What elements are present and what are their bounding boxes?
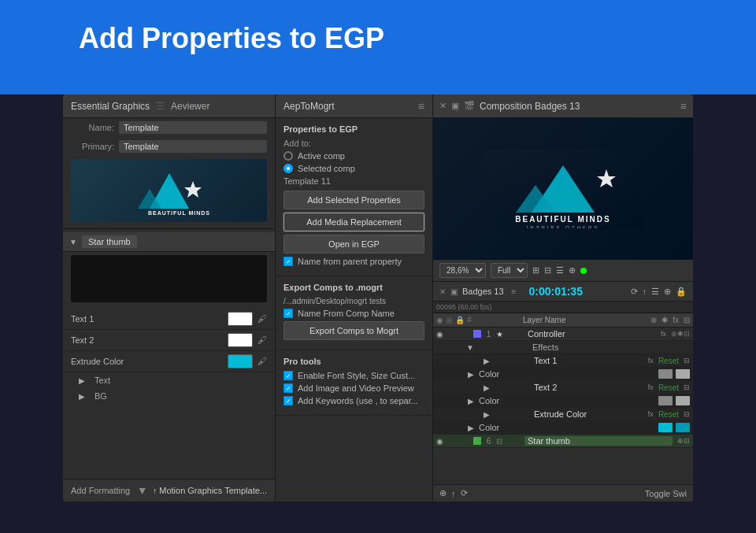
text1-color-arrow[interactable]: ▶ <box>468 370 474 379</box>
radio-active-comp-row[interactable]: Active comp <box>284 151 424 161</box>
export-comps-button[interactable]: Export Comps to Mogrt <box>284 321 424 340</box>
name-from-parent-label: Name from parent property <box>298 257 402 266</box>
text1-name: Text 1 <box>531 356 647 365</box>
property-row: Text 1 🖋 <box>63 309 275 330</box>
quality-select[interactable]: Full <box>491 263 528 278</box>
mid-panel-menu-icon[interactable]: ≡ <box>418 100 424 113</box>
tl-icon-2[interactable]: ↑ <box>643 287 647 296</box>
tl-bottom-btn3[interactable]: ⟳ <box>461 488 468 498</box>
comp-film-icon: 🎬 <box>464 101 475 111</box>
extrude-color-arrow[interactable]: ▶ <box>468 424 474 432</box>
sub-item-bg[interactable]: ▶ BG <box>63 388 275 404</box>
vis-icon[interactable]: ◉ <box>436 330 443 339</box>
comp-close-icon[interactable]: ✕ <box>439 101 447 111</box>
prop-extrude-label: Extrude Color <box>71 357 223 366</box>
sub-item-text[interactable]: ▶ Text <box>63 372 275 388</box>
fps-row: 00095 (60,00 fps) <box>433 302 693 313</box>
keywords-label: Add Keywords (use , to separ... <box>298 396 418 405</box>
extrude-arrow[interactable]: ▶ <box>484 410 490 419</box>
text1-color-swatch <box>658 369 673 379</box>
extrude-indent: ▶ <box>458 410 529 419</box>
preview-svg: BEAUTIFUL MINDS INSPIRE OTHERS <box>484 150 642 228</box>
star-thumb-name: Star thumb <box>524 436 673 446</box>
export-section-title: Export Comps to .mogrt <box>284 283 424 292</box>
comp-menu-icon[interactable]: ≡ <box>680 100 687 113</box>
keywords-checkbox[interactable] <box>284 396 293 405</box>
tl-icon-3[interactable]: ☰ <box>651 287 659 297</box>
panel-menu-icon[interactable]: ☰ <box>156 101 165 112</box>
grid-icon[interactable]: ⊞ <box>532 265 539 276</box>
name-value: Template <box>119 121 267 134</box>
section-header[interactable]: ▼ Star thumb <box>63 232 275 252</box>
tl-toggle-label[interactable]: Toggle Swi <box>645 489 687 498</box>
tl-icon-4[interactable]: ⊕ <box>664 287 671 297</box>
add-media-replacement-button[interactable]: Add Media Replacement <box>284 213 424 231</box>
eyedropper-icon-3[interactable]: 🖋 <box>258 356 267 367</box>
font-style-checkbox[interactable] <box>284 371 293 380</box>
controller-fx: fx <box>661 330 666 338</box>
tl-opt-2[interactable]: ✱ <box>662 316 668 324</box>
eyedropper-icon-1[interactable]: 🖋 <box>258 313 267 324</box>
text2-reset[interactable]: Reset <box>658 383 679 392</box>
extrude-reset[interactable]: Reset <box>658 410 679 419</box>
name-from-comp-label: Name From Comp Name <box>298 309 395 318</box>
tl-opt-1[interactable]: ⊕ <box>650 316 657 324</box>
panel-tab[interactable]: Aeviewer <box>171 101 209 112</box>
radio-active-comp[interactable] <box>284 151 293 161</box>
prop-text1-swatch[interactable] <box>228 312 253 326</box>
star-thumb-color-box <box>473 437 481 445</box>
sub-arrow-bg: ▶ <box>79 392 85 401</box>
layer-text2-color: ▶ Color <box>433 394 693 408</box>
text1-arrow[interactable]: ▶ <box>484 357 490 365</box>
channel-icon[interactable]: ⊕ <box>569 265 576 276</box>
timeline-panel: ✕ ▣ Badges 13 ≡ 0:00:01:35 ⟳ ↑ ☰ ⊕ 🔒 000… <box>433 282 693 502</box>
guides-icon[interactable]: ⊟ <box>544 265 551 276</box>
text2-arrow[interactable]: ▶ <box>484 383 490 392</box>
star-thumb-icon: ⊟ <box>496 437 502 446</box>
tl-opt-4[interactable]: ⊟ <box>684 316 690 324</box>
text1-color-label: Color <box>476 369 657 379</box>
effects-arrow[interactable]: ▼ <box>466 343 474 352</box>
text2-color-swatch <box>658 396 673 405</box>
timeline-header: ✕ ▣ Badges 13 ≡ 0:00:01:35 ⟳ ↑ ☰ ⊕ 🔒 <box>433 282 693 302</box>
tl-icon-5[interactable]: 🔒 <box>676 287 687 297</box>
tl-close-icon[interactable]: ✕ <box>439 287 446 296</box>
sub-label-text: Text <box>94 376 110 385</box>
preview-area: BEAUTIFUL MINDS INSPIRE OTHERS <box>433 118 693 260</box>
text1-indent: ▶ <box>458 357 529 365</box>
text2-color-arrow[interactable]: ▶ <box>468 397 474 405</box>
prop-extrude-swatch[interactable] <box>228 354 253 368</box>
page-title: Add Properties to EGP <box>79 22 384 55</box>
text2-fx: fx <box>648 383 654 391</box>
rulers-icon[interactable]: ☰ <box>556 265 564 276</box>
tl-bottom-btn1[interactable]: ⊕ <box>439 488 447 498</box>
vis-header: ◉ <box>436 316 443 324</box>
tl-icon-1[interactable]: ⟳ <box>631 287 638 297</box>
star-thumb-vis[interactable]: ◉ <box>436 437 443 446</box>
name-from-comp-checkbox[interactable] <box>284 309 293 318</box>
text2-color-swatch2 <box>676 396 690 405</box>
eyedropper-icon-2[interactable]: 🖋 <box>258 335 267 346</box>
tl-menu-icon[interactable]: ≡ <box>512 287 517 296</box>
radio-selected-comp-row[interactable]: Selected comp <box>284 164 424 173</box>
name-from-comp-row: Name From Comp Name <box>284 309 424 318</box>
text2-indent: ▶ <box>458 383 529 392</box>
tl-opt-3[interactable]: fx <box>673 316 679 324</box>
zoom-select[interactable]: 28,6% <box>439 263 486 278</box>
radio-selected-comp[interactable] <box>284 164 293 173</box>
name-from-parent-checkbox[interactable] <box>284 257 293 266</box>
prop-text2-swatch[interactable] <box>228 333 253 347</box>
properties-scroll: Text 1 🖋 Text 2 🖋 Extrude Color 🖋 ▶ Text… <box>63 305 275 479</box>
text1-reset[interactable]: Reset <box>658 357 679 365</box>
tl-bottom-btn2[interactable]: ↑ <box>451 489 456 498</box>
property-row-3: Extrude Color 🖋 <box>63 351 275 372</box>
thumbnail-inner: BEAUTIFUL MINDS INSPIRE OTHERS <box>71 159 267 222</box>
add-selected-properties-button[interactable]: Add Selected Properties <box>284 191 424 209</box>
motion-template-button[interactable]: ↑ Motion Graphics Template... <box>153 486 267 495</box>
layer-controls-header: ◉ ◎ 🔒 # <box>436 316 523 324</box>
text2-name: Text 2 <box>531 383 647 392</box>
svg-text:INSPIRE OTHERS: INSPIRE OTHERS <box>527 225 600 228</box>
image-video-checkbox[interactable] <box>284 383 293 393</box>
primary-value: Template <box>119 140 267 153</box>
open-in-egp-button[interactable]: Open in EGP <box>284 235 424 254</box>
